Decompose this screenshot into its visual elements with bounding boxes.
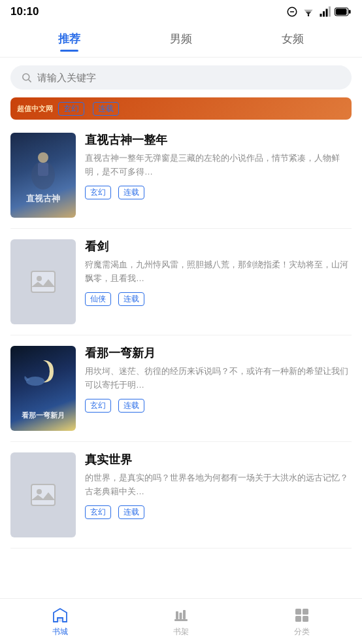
book-cover [10, 346, 76, 431]
book-desc: 用坎坷、迷茫、彷徨的经历来诉说吗？不，或许有一种新的希望让我们可以寄托于明… [85, 365, 352, 392]
book-title: 看剑 [85, 239, 352, 254]
svg-line-14 [29, 80, 31, 82]
book-info: 看那一弯新月 用坎坷、迷茫、彷徨的经历来诉说吗？不，或许有一种新的希望让我们可以… [85, 346, 352, 431]
nav-item-category[interactable]: 分类 [241, 606, 362, 637]
nav-item-bookstore[interactable]: 书城 [0, 606, 121, 637]
svg-point-16 [38, 152, 48, 163]
search-bar[interactable] [10, 65, 352, 90]
svg-rect-8 [326, 9, 328, 17]
bookstore-icon [51, 606, 69, 624]
list-item[interactable]: 看剑 狩魔需渴血，九州恃风雷，照胆撼八荒，那剑绕指柔！灾劫将至，山河飘零，且看我… [10, 229, 352, 335]
book-title: 看那一弯新月 [85, 346, 352, 361]
svg-rect-17 [38, 163, 48, 176]
svg-rect-26 [180, 613, 182, 619]
book-cover [10, 452, 76, 537]
tab-male[interactable]: 男频 [125, 31, 237, 49]
book-tags: 仙侠 连载 [85, 292, 352, 306]
book-cover [10, 239, 76, 324]
book-desc: 直视古神一整年无弹窗是三藏的左轮的小说作品，情节紧凑，人物鲜明，是不可多得… [85, 152, 352, 179]
banner-label: 超值中文网 [17, 104, 53, 114]
tag-xuanhuan: 玄幻 [85, 186, 111, 199]
svg-point-22 [37, 489, 42, 494]
tab-female[interactable]: 女频 [237, 31, 349, 49]
svg-rect-24 [174, 619, 188, 621]
image-placeholder-icon [30, 483, 56, 507]
minus-icon [286, 6, 298, 18]
svg-rect-7 [323, 11, 325, 16]
tab-recommend[interactable]: 推荐 [13, 31, 125, 49]
svg-rect-11 [336, 8, 347, 14]
svg-rect-12 [349, 10, 351, 14]
book-desc: 狩魔需渴血，九州恃风雷，照胆撼八荒，那剑绕指柔！灾劫将至，山河飘零，且看我… [85, 258, 352, 286]
banner-tag1: 玄幻 [58, 102, 84, 116]
list-item[interactable]: 看那一弯新月 用坎坷、迷茫、彷徨的经历来诉说吗？不，或许有一种新的希望让我们可以… [10, 335, 352, 442]
svg-point-20 [26, 377, 44, 386]
search-icon [21, 72, 32, 83]
wifi-icon [302, 6, 315, 18]
svg-point-5 [308, 15, 310, 17]
battery-icon [335, 7, 352, 16]
tag-xuanhuan: 玄幻 [85, 399, 111, 413]
svg-rect-18 [31, 271, 55, 292]
svg-rect-9 [329, 7, 331, 17]
status-icons [286, 6, 352, 18]
book-list: 直视古神一整年 直视古神一整年无弹窗是三藏的左轮的小说作品，情节紧凑，人物鲜明，… [0, 122, 362, 549]
status-bar: 10:10 [0, 0, 362, 24]
status-time: 10:10 [10, 5, 39, 18]
tag-lianzai: 连载 [118, 186, 144, 199]
bottom-nav: 书城 书架 分类 [0, 598, 362, 644]
book-info: 真实世界 的世界，是真实的吗？世界各地为何都有一场关于大洪水的远古记忆？古老典籍… [85, 452, 352, 537]
book-tags: 玄幻 连载 [85, 399, 352, 413]
svg-rect-29 [303, 609, 308, 615]
list-item[interactable]: 直视古神一整年 直视古神一整年无弹窗是三藏的左轮的小说作品，情节紧凑，人物鲜明，… [10, 122, 352, 229]
svg-rect-23 [58, 618, 62, 622]
book-info: 看剑 狩魔需渴血，九州恃风雷，照胆撼八荒，那剑绕指柔！灾劫将至，山河飘零，且看我… [85, 239, 352, 324]
bookshelf-icon [172, 606, 190, 624]
book-info: 直视古神一整年 直视古神一整年无弹窗是三藏的左轮的小说作品，情节紧凑，人物鲜明，… [85, 133, 352, 218]
image-placeholder-icon [30, 270, 56, 294]
svg-rect-25 [176, 611, 178, 619]
tag-lianzai: 连载 [118, 292, 144, 306]
nav-label-bookstore: 书城 [52, 626, 68, 637]
svg-rect-28 [295, 609, 301, 615]
list-item[interactable]: 真实世界 的世界，是真实的吗？世界各地为何都有一场关于大洪水的远古记忆？古老典籍… [10, 442, 352, 549]
nav-label-bookshelf: 书架 [173, 626, 189, 637]
svg-rect-31 [303, 616, 308, 622]
tag-lianzai: 连载 [118, 399, 144, 413]
svg-rect-27 [183, 610, 186, 619]
tag-xuanhuan: 玄幻 [85, 505, 111, 519]
tag-xianxia: 仙侠 [85, 292, 111, 306]
nav-item-bookshelf[interactable]: 书架 [121, 606, 242, 637]
svg-rect-6 [320, 14, 322, 17]
svg-point-19 [37, 276, 42, 281]
search-input[interactable] [37, 72, 341, 83]
category-icon [293, 606, 311, 624]
top-tabs: 推荐 男频 女频 [0, 24, 362, 58]
nav-label-category: 分类 [294, 626, 310, 637]
svg-point-13 [23, 74, 29, 80]
book-title: 直视古神一整年 [85, 133, 352, 148]
svg-rect-30 [295, 616, 301, 622]
banner-strip: 超值中文网 玄幻 连载 [10, 97, 352, 120]
book-tags: 玄幻 连载 [85, 186, 352, 199]
book-desc: 的世界，是真实的吗？世界各地为何都有一场关于大洪水的远古记忆？古老典籍中关… [85, 471, 352, 499]
signal-icon [319, 6, 331, 18]
book-cover [10, 133, 76, 218]
tag-lianzai: 连载 [118, 505, 144, 519]
svg-rect-21 [31, 484, 55, 505]
book-tags: 玄幻 连载 [85, 505, 352, 519]
banner-tag2: 连载 [93, 102, 119, 116]
book-title: 真实世界 [85, 452, 352, 467]
